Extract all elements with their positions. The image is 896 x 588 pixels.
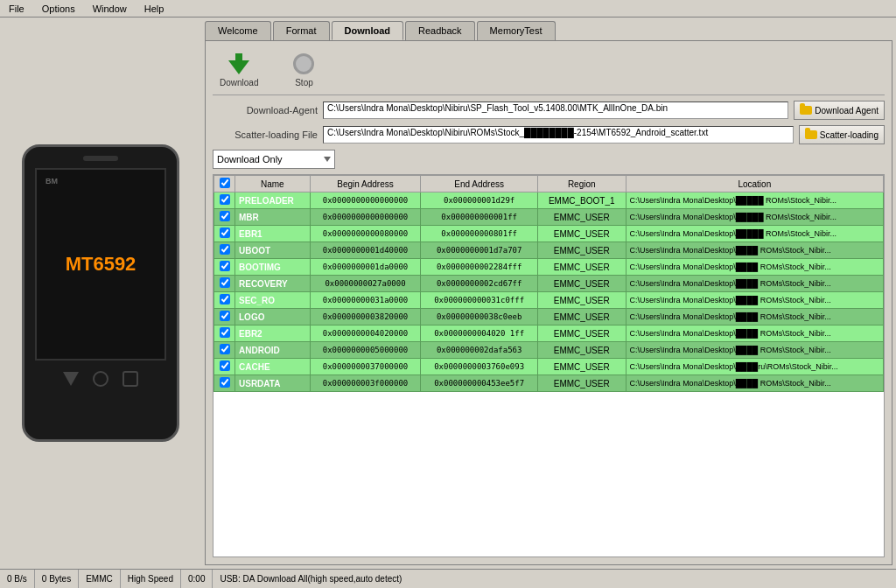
phone-menu-button: [122, 371, 138, 387]
row-name: LOGO: [235, 309, 311, 326]
row-name: EBR1: [235, 226, 311, 242]
scatter-loading-input[interactable]: C:\Users\Indra Mona\Desktop\Nibiru\ROMs\…: [323, 126, 794, 144]
menu-file[interactable]: File: [4, 3, 30, 15]
col-header-name: Name: [235, 176, 311, 192]
row-name: BOOTIMG: [235, 259, 311, 276]
partition-table-container: Name Begin Address End Address Region Lo…: [213, 174, 885, 557]
tabs-bar: Welcome Format Download Readback MemoryT…: [205, 21, 892, 40]
status-transfer-rate: 0 B/s: [0, 570, 35, 588]
col-header-end: End Address: [421, 176, 537, 192]
table-row: LOGO 0x0000000003820000 0x00000000038c0e…: [214, 309, 884, 326]
row-begin: 0x0000000005000000: [310, 342, 421, 359]
row-checkbox[interactable]: [220, 294, 230, 304]
row-checkbox-cell: [214, 342, 235, 359]
row-checkbox[interactable]: [220, 377, 230, 388]
row-checkbox-cell: [214, 209, 235, 226]
row-begin: 0x0000000000000000: [310, 192, 421, 209]
row-begin: 0x0000000037000000: [310, 359, 421, 375]
download-mode-dropdown[interactable]: Download OnlyFirmware UpgradeFormat All …: [213, 150, 335, 169]
row-location: C:\Users\Indra Mona\Desktop\████ ROMs\St…: [626, 259, 883, 276]
row-name: RECOVERY: [235, 276, 311, 292]
row-checkbox-cell: [214, 309, 235, 326]
row-end: 0x0000000002284fff: [421, 259, 537, 276]
row-checkbox[interactable]: [220, 261, 230, 271]
row-begin: 0x0000000003820000: [310, 309, 421, 326]
table-row: ANDROID 0x0000000005000000 0x000000002da…: [214, 342, 884, 359]
row-checkbox[interactable]: [220, 360, 230, 371]
row-location: C:\Users\Indra Mona\Desktop\████ ROMs\St…: [626, 292, 883, 309]
row-checkbox[interactable]: [220, 244, 230, 255]
row-checkbox[interactable]: [220, 327, 230, 338]
table-row: UBOOT 0x0000000001d40000 0x0000000001d7a…: [214, 242, 884, 259]
download-button[interactable]: Download: [213, 48, 265, 89]
row-end: 0x00000000038c0eeb: [421, 309, 537, 326]
toolbar: Download Stop: [213, 48, 885, 95]
menu-options[interactable]: Options: [37, 3, 80, 15]
row-location: C:\Users\Indra Mona\Desktop\█████ ROMs\S…: [626, 209, 883, 226]
row-checkbox[interactable]: [220, 228, 230, 238]
row-name: ANDROID: [235, 342, 311, 359]
row-location: C:\Users\Indra Mona\Desktop\████ ROMs\St…: [626, 342, 883, 359]
row-checkbox-cell: [214, 375, 235, 392]
row-end: 0x0000000004020 1ff: [421, 326, 537, 342]
row-name: CACHE: [235, 359, 311, 375]
row-checkbox[interactable]: [220, 344, 230, 354]
table-row: USRDATA 0x000000003f000000 0x00000000045…: [214, 375, 884, 392]
tab-format[interactable]: Format: [273, 21, 330, 40]
content-area: Download Stop Download-Agent C:\Users\In…: [205, 40, 892, 565]
status-time: 0:00: [181, 570, 213, 588]
tab-readback[interactable]: Readback: [405, 21, 475, 40]
row-end: 0x000000002dafa563: [421, 342, 537, 359]
col-header-checkbox: [214, 176, 235, 192]
phone-home-button: [93, 371, 108, 387]
row-checkbox-cell: [214, 226, 235, 242]
row-region: EMMC_USER: [537, 342, 626, 359]
download-agent-input[interactable]: C:\Users\Indra Mona\Desktop\Nibiru\SP_Fl…: [323, 102, 788, 119]
menu-help[interactable]: Help: [139, 3, 170, 15]
folder-icon: [800, 106, 812, 115]
row-location: C:\Users\Indra Mona\Desktop\████ ROMs\St…: [626, 276, 883, 292]
status-bytes: 0 Bytes: [35, 570, 79, 588]
row-checkbox-cell: [214, 292, 235, 309]
download-agent-label: Download-Agent: [213, 105, 318, 116]
row-checkbox[interactable]: [220, 311, 230, 321]
row-checkbox-cell: [214, 359, 235, 375]
row-name: EBR2: [235, 326, 311, 342]
row-begin: 0x0000000001d40000: [310, 242, 421, 259]
row-begin: 0x0000000027a0000: [310, 276, 421, 292]
row-checkbox[interactable]: [220, 194, 230, 205]
row-region: EMMC_USER: [537, 259, 626, 276]
download-agent-button[interactable]: Download Agent: [794, 101, 885, 120]
row-checkbox-cell: [214, 259, 235, 276]
row-begin: 0x0000000000000000: [310, 209, 421, 226]
row-region: EMMC_BOOT_1: [537, 192, 626, 209]
tab-memorytest[interactable]: MemoryTest: [477, 21, 556, 40]
row-checkbox[interactable]: [220, 211, 230, 221]
row-begin: 0x000000003f000000: [310, 375, 421, 392]
tab-welcome[interactable]: Welcome: [205, 21, 271, 40]
table-row: RECOVERY 0x0000000027a0000 0x0000000002c…: [214, 276, 884, 292]
status-speed: High Speed: [121, 570, 181, 588]
row-end: 0x000000000001ff: [421, 209, 537, 226]
phone-screen: BM MT6592: [35, 168, 166, 360]
table-row: BOOTIMG 0x0000000001da0000 0x00000000022…: [214, 259, 884, 276]
menu-window[interactable]: Window: [88, 3, 132, 15]
col-header-region: Region: [537, 176, 626, 192]
right-panel: Welcome Format Download Readback MemoryT…: [201, 18, 896, 569]
row-location: C:\Users\Indra Mona\Desktop\████ ROMs\St…: [626, 242, 883, 259]
row-checkbox-cell: [214, 242, 235, 259]
row-name: USRDATA: [235, 375, 311, 392]
row-region: EMMC_USER: [537, 242, 626, 259]
row-checkbox[interactable]: [220, 277, 230, 288]
table-row: EBR1 0x0000000000080000 0x000000000801ff…: [214, 226, 884, 242]
table-row: MBR 0x0000000000000000 0x000000000001ff …: [214, 209, 884, 226]
row-region: EMMC_USER: [537, 276, 626, 292]
row-name: MBR: [235, 209, 311, 226]
stop-button[interactable]: Stop: [283, 48, 325, 89]
select-all-checkbox[interactable]: [220, 178, 230, 188]
download-label: Download: [220, 78, 258, 88]
tab-download[interactable]: Download: [332, 21, 404, 40]
phone-image: BM MT6592: [22, 144, 179, 442]
scatter-loading-button[interactable]: Scatter-loading: [799, 125, 885, 144]
table-row: PRELOADER 0x0000000000000000 0x000000001…: [214, 192, 884, 209]
